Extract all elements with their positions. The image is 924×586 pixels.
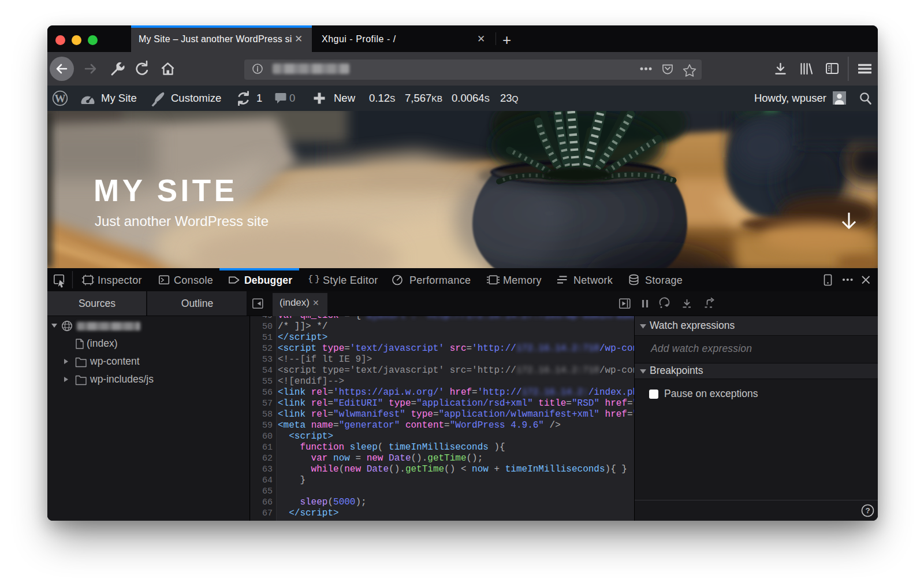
svg-text:W: W — [55, 92, 66, 105]
svg-text:?: ? — [865, 506, 870, 515]
